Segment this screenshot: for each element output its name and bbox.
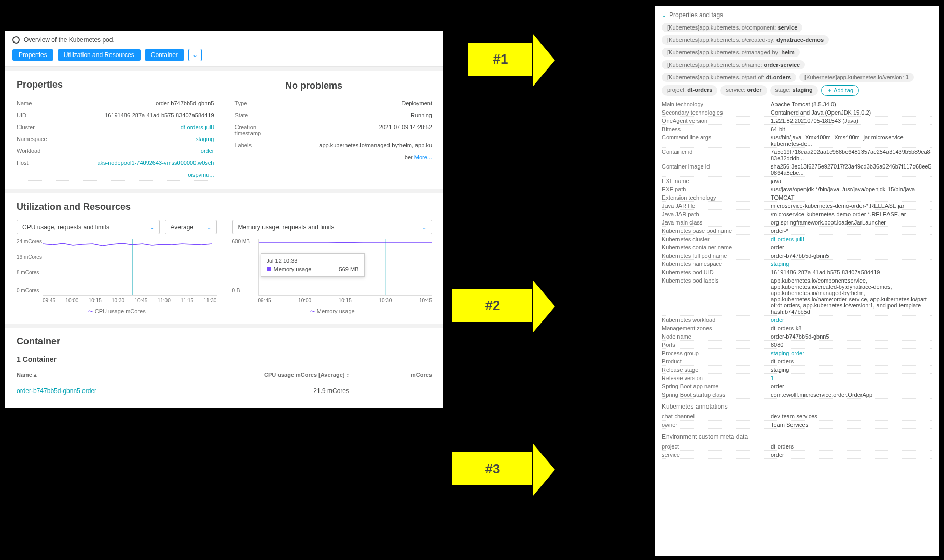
- container-mem: [349, 387, 432, 395]
- tab-properties[interactable]: Properties: [12, 49, 53, 61]
- detail-value[interactable]: 1: [771, 375, 932, 381]
- tag-chip[interactable]: [Kubernetes]app.kubernetes.io/created-by…: [662, 35, 829, 45]
- xtick: 10:30: [379, 298, 392, 303]
- prop-value[interactable]: order: [63, 148, 214, 154]
- cpu-legend: 〜CPU usage mCores: [17, 307, 217, 315]
- tag-chip[interactable]: [Kubernetes]app.kubernetes.io/part-of: d…: [662, 73, 796, 82]
- prop-value[interactable]: oispvmu...: [63, 172, 214, 178]
- detail-value: 16191486-287a-41ad-b575-83407a58d419: [771, 269, 932, 275]
- detail-value: order: [771, 244, 932, 250]
- annotation-arrow-2: #2: [451, 288, 534, 323]
- prop-value[interactable]: staging: [63, 136, 214, 142]
- prop-row: Clusterdt-orders-jul8: [17, 121, 214, 133]
- detail-row: Kubernetes clusterdt-orders-jul8: [662, 235, 932, 243]
- detail-label: Release version: [662, 375, 771, 381]
- col-mem[interactable]: mCores: [349, 372, 432, 379]
- cpu-metric-select[interactable]: CPU usage, requests and limits⌄: [17, 220, 160, 234]
- prop-value[interactable]: aks-nodepool1-74092643-vmss000000.w0sch: [63, 160, 214, 166]
- detail-label: EXE path: [662, 186, 771, 192]
- prop-value: order-b747bb5d-gbnn5: [63, 100, 214, 106]
- detail-value: order-*: [771, 228, 932, 234]
- detail-value: com.ewolff.microservice.order.OrderApp: [771, 391, 932, 398]
- chevron-down-icon: ⌄: [150, 225, 154, 230]
- tag-chip[interactable]: project: dt-orders: [662, 85, 717, 96]
- detail-row: Java JAR filemicroservice-kubernetes-dem…: [662, 202, 932, 210]
- detail-value: app.kubernetes.io/component:service, app…: [771, 277, 932, 315]
- detail-label: Product: [662, 358, 771, 365]
- detail-label: Bitness: [662, 126, 771, 132]
- xtick: 10:00: [298, 298, 311, 303]
- mem-chart-area[interactable]: Jul 12 10:33 Memory usage 569 MB: [258, 239, 433, 296]
- chevron-down-icon: ⌄: [422, 225, 426, 230]
- cpu-chart-area[interactable]: [43, 239, 217, 296]
- utilization-section: Utilization and Resources CPU usage, req…: [5, 193, 443, 324]
- chevron-down-icon: ⌄: [662, 12, 666, 18]
- prop-label: Host: [17, 160, 63, 166]
- col-name[interactable]: Name ▴: [17, 372, 245, 379]
- utilization-heading: Utilization and Resources: [17, 202, 432, 213]
- tab-utilization[interactable]: Utilization and Resources: [58, 49, 141, 61]
- prop-label: [17, 172, 63, 178]
- detail-value: 8080: [771, 342, 932, 348]
- prop-label: Cluster: [17, 124, 63, 130]
- detail-value[interactable]: dt-orders-jul8: [771, 236, 932, 242]
- prop-row: Creation timestamp2021-07-09 14:28:52: [235, 121, 433, 139]
- tag-chip[interactable]: [Kubernetes]app.kubernetes.io/version: 1: [799, 73, 914, 82]
- annotation-arrow-3: #3: [451, 451, 534, 486]
- detail-value: /usr/bin/java -Xmx400m -Xms400m -jar mic…: [771, 134, 932, 147]
- cpu-line: [43, 239, 217, 295]
- right-panel: ⌄ Properties and tags [Kubernetes]app.ku…: [655, 6, 939, 556]
- detail-label: Management zones: [662, 325, 771, 331]
- properties-tags-toggle[interactable]: ⌄ Properties and tags: [662, 11, 932, 19]
- tag-chip[interactable]: [Kubernetes]app.kubernetes.io/component:…: [662, 23, 802, 32]
- prop-label: Namespace: [17, 136, 63, 142]
- prop-row: Hostaks-nodepool1-74092643-vmss000000.w0…: [17, 157, 214, 169]
- prop-value[interactable]: dt-orders-jul8: [63, 124, 214, 130]
- annotations-heading: Kubernetes annotations: [662, 403, 932, 410]
- detail-row: Kubernetes base pod nameorder-*: [662, 227, 932, 235]
- xtick: 10:30: [112, 298, 124, 303]
- mem-metric-select[interactable]: Memory usage, requests and limits⌄: [232, 220, 433, 234]
- detail-value: order-b747bb5d-gbnn5: [771, 253, 932, 259]
- prop-value: Deployment: [282, 100, 433, 106]
- detail-row: Ports8080: [662, 341, 932, 349]
- tag-chip[interactable]: stage: staging: [770, 85, 818, 96]
- line-swatch-icon: 〜: [88, 307, 93, 315]
- envmeta-heading: Environment custom meta data: [662, 433, 932, 440]
- more-link[interactable]: More...: [413, 154, 432, 160]
- line-swatch-icon: 〜: [310, 307, 315, 315]
- no-problems-heading: No problems: [285, 80, 342, 91]
- tag-chip[interactable]: service: order: [720, 85, 767, 96]
- container-heading: Container: [17, 336, 432, 347]
- tab-container[interactable]: Container: [145, 49, 184, 61]
- tab-more-dropdown[interactable]: ⌄: [188, 49, 202, 61]
- add-tag-button[interactable]: ＋ Add tag: [821, 85, 859, 96]
- xtick: 10:15: [89, 298, 102, 303]
- container-name-link[interactable]: order-b747bb5d-gbnn5 order: [17, 387, 245, 395]
- tag-chip[interactable]: [Kubernetes]app.kubernetes.io/managed-by…: [662, 48, 800, 57]
- header-title-row: Overview of the Kubernetes pod.: [12, 36, 436, 44]
- detail-row: Kubernetes pod UID16191486-287a-41ad-b57…: [662, 268, 932, 276]
- annotation-arrow-1: #1: [467, 41, 534, 77]
- detail-label: Container id: [662, 149, 771, 161]
- detail-value: Apache Tomcat (8.5.34.0): [771, 101, 932, 107]
- detail-row: Secondary technologiesContainerd and Jav…: [662, 108, 932, 117]
- detail-row: chat-channeldev-team-services: [662, 412, 932, 421]
- properties-section: Properties No problems Nameorder-b747bb5…: [5, 71, 443, 189]
- detail-value[interactable]: staging-order: [771, 350, 932, 356]
- detail-label: Process group: [662, 350, 771, 356]
- detail-value: dev-team-services: [771, 413, 932, 419]
- cpu-agg-select[interactable]: Average⌄: [165, 220, 217, 234]
- detail-value[interactable]: order: [771, 317, 932, 323]
- table-row[interactable]: order-b747bb5d-gbnn5 order 21.9 mCores: [17, 382, 432, 400]
- chart-tooltip: Jul 12 10:33 Memory usage 569 MB: [261, 253, 365, 277]
- detail-value[interactable]: staging: [771, 261, 932, 267]
- detail-value: /microservice-kubernetes-demo-order-*.RE…: [771, 211, 932, 217]
- detail-row: Spring Boot startup classcom.ewolff.micr…: [662, 390, 932, 399]
- col-cpu[interactable]: CPU usage mCores [Average] ↕: [245, 372, 349, 379]
- detail-row: Release stagestaging: [662, 366, 932, 374]
- detail-row: Kubernetes namespacestaging: [662, 260, 932, 268]
- tag-chip[interactable]: [Kubernetes]app.kubernetes.io/name: orde…: [662, 60, 805, 69]
- detail-value: 1.221.82.20210705-181543 (Java): [771, 118, 932, 124]
- xtick: 10:45: [419, 298, 432, 303]
